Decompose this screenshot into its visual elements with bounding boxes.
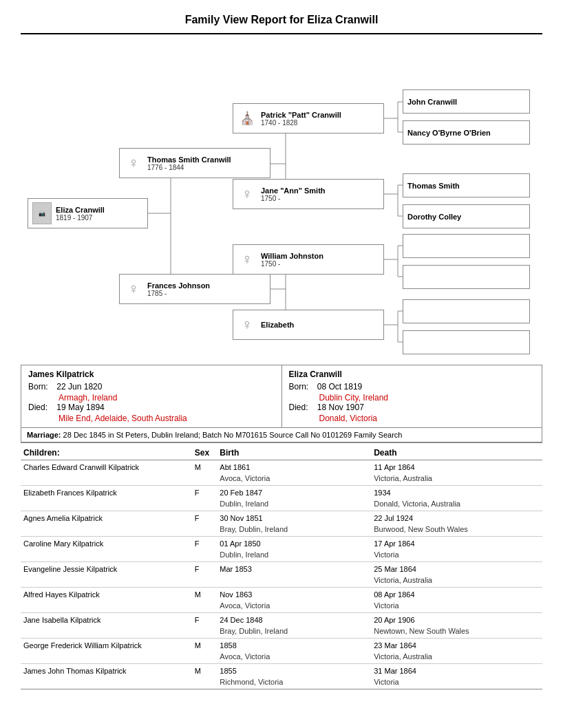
- children-table: Children: Sex Birth Death Charles Edward…: [21, 446, 542, 689]
- tree-box-elizabeth[interactable]: ♀ Elizabeth: [233, 310, 384, 340]
- husband-col: James Kilpatrick Born: 22 Jun 1820 Armag…: [21, 365, 282, 427]
- tree-box-frances[interactable]: ♀ Frances Johnson 1785 -: [119, 274, 270, 304]
- wife-died-place: Donald, Victoria: [319, 414, 535, 423]
- husband-born: Born: 22 Jun 1820: [28, 382, 275, 392]
- eliza-text: Eliza Cranwill 1819 - 1907: [56, 206, 105, 222]
- table-row: Caroline Mary Kilpatrick F 01 Apr 1850 1…: [21, 537, 542, 550]
- tree-box-blank2: [403, 265, 530, 289]
- table-row-place: Bray, Dublin, Ireland Burwood, New South…: [21, 524, 542, 537]
- husband-died: Died: 19 May 1894: [28, 403, 275, 412]
- thomas-s-text: Thomas Smith: [407, 182, 460, 190]
- jane-text: Jane "Ann" Smith 1750 -: [261, 186, 326, 202]
- table-row-place: Avoca, Victoria Victoria: [21, 600, 542, 613]
- nancy-text: Nancy O'Byrne O'Brien: [407, 129, 491, 137]
- table-row-place: Avoca, Victoria Victoria, Australia: [21, 651, 542, 664]
- frances-text: Frances Johnson 1785 -: [147, 281, 210, 297]
- tree-box-thomas-sc[interactable]: ♀ Thomas Smith Cranwill 1776 - 1844: [119, 148, 270, 178]
- tree-box-nancy[interactable]: Nancy O'Byrne O'Brien: [403, 120, 530, 144]
- wife-died: Died: 18 Nov 1907: [289, 403, 535, 412]
- table-row: Elizabeth Frances Kilpatrick F 20 Feb 18…: [21, 486, 542, 499]
- wife-name: Eliza Cranwill: [289, 370, 535, 379]
- table-row: Charles Edward Cranwill Kilpatrick M Abt…: [21, 460, 542, 473]
- jane-icon: ♀: [237, 183, 257, 205]
- tree-box-jane[interactable]: ♀ Jane "Ann" Smith 1750 -: [233, 179, 384, 209]
- thomas-sc-icon: ♀: [124, 152, 143, 174]
- table-row-place: Richmond, Victoria Victoria: [21, 676, 542, 689]
- col-sex: Sex: [192, 446, 217, 460]
- thomas-sc-text: Thomas Smith Cranwill 1776 - 1844: [147, 156, 231, 171]
- children-header-row: Children: Sex Birth Death: [21, 446, 542, 460]
- tree-box-blank3: [403, 299, 530, 323]
- table-row: Agnes Amelia Kilpatrick F 30 Nov 1851 22…: [21, 511, 542, 524]
- tree-box-patrick[interactable]: ⛪ Patrick "Patt" Cranwill 1740 - 1828: [233, 103, 384, 133]
- tree-box-blank4: [403, 330, 530, 354]
- husband-died-place: Mile End, Adelaide, South Australia: [59, 414, 275, 423]
- tree-box-thomas-s[interactable]: Thomas Smith: [403, 173, 530, 197]
- tree-area: 📷 Eliza Cranwill 1819 - 1907 ♀ Thomas Sm…: [21, 41, 542, 358]
- table-row: Jane Isabella Kilpatrick F 24 Dec 1848 2…: [21, 613, 542, 626]
- tree-box-william[interactable]: ♀ William Johnston 1750 -: [233, 244, 384, 275]
- wife-col: Eliza Cranwill Born: 08 Oct 1819 Dublin …: [282, 365, 542, 427]
- tree-box-blank1: [403, 234, 530, 258]
- col-children: Children:: [21, 446, 192, 460]
- table-row: Alfred Hayes Kilpatrick M Nov 1863 08 Ap…: [21, 588, 542, 601]
- tree-box-john[interactable]: John Cranwill: [403, 89, 530, 114]
- william-text: William Johnston 1750 -: [261, 252, 323, 268]
- frances-icon: ♀: [124, 278, 143, 300]
- wife-born-place: Dublin City, Ireland: [319, 393, 535, 403]
- table-row-place: Victoria, Australia: [21, 575, 542, 588]
- elizabeth-text: Elizabeth: [261, 321, 294, 329]
- patrick-text: Patrick "Patt" Cranwill 1740 - 1828: [261, 111, 341, 127]
- table-row-place: Dublin, Ireland Donald, Victoria, Austra…: [21, 498, 542, 511]
- top-divider: [21, 33, 542, 34]
- table-row: George Frederick William Kilpatrick M 18…: [21, 639, 542, 652]
- table-row-place: Bray, Dublin, Ireland Newtown, New South…: [21, 625, 542, 639]
- eliza-photo-icon: 📷: [32, 202, 52, 224]
- patrick-icon: ⛪: [237, 107, 257, 129]
- john-text: John Cranwill: [407, 98, 457, 106]
- table-row: James John Thomas Kilpatrick M 1855 31 M…: [21, 664, 542, 677]
- col-birth: Birth: [217, 446, 371, 460]
- wife-born: Born: 08 Oct 1819: [289, 382, 535, 392]
- tree-box-dorothy[interactable]: Dorothy Colley: [403, 204, 530, 228]
- husband-name: James Kilpatrick: [28, 370, 275, 379]
- info-section: James Kilpatrick Born: 22 Jun 1820 Armag…: [21, 365, 542, 443]
- table-row-place: Dublin, Ireland Victoria: [21, 549, 542, 562]
- col-death: Death: [371, 446, 542, 460]
- marriage-row: Marriage: 28 Dec 1845 in St Peters, Dubl…: [21, 428, 542, 442]
- husband-born-place: Armagh, Ireland: [59, 393, 275, 403]
- dorothy-text: Dorothy Colley: [407, 213, 461, 221]
- table-row-place: Avoca, Victoria Victoria, Australia: [21, 473, 542, 486]
- page-title: Family View Report for Eliza Cranwill: [21, 14, 542, 26]
- elizabeth-icon: ♀: [237, 314, 257, 336]
- tree-box-eliza[interactable]: 📷 Eliza Cranwill 1819 - 1907: [28, 198, 148, 228]
- william-icon: ♀: [237, 248, 257, 270]
- parents-row: James Kilpatrick Born: 22 Jun 1820 Armag…: [21, 365, 542, 428]
- table-row: Evangeline Jessie Kilpatrick F Mar 1853 …: [21, 562, 542, 575]
